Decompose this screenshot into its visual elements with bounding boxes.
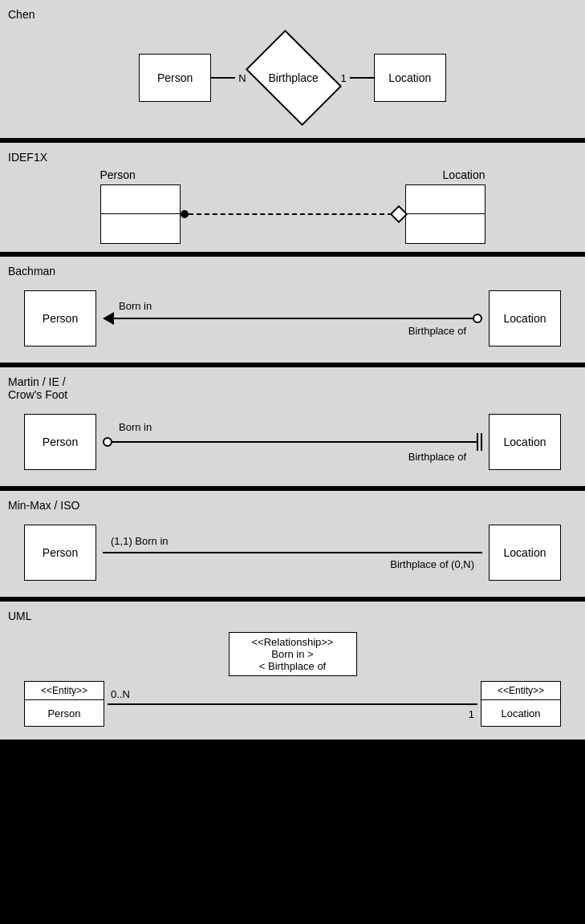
- idef1x-person-label: Person: [100, 168, 136, 181]
- bachman-bottom-label: Birthplace of: [408, 325, 482, 337]
- martinie-line-row: [103, 433, 482, 451]
- idef1x-diamond: [389, 205, 408, 224]
- martinie-bar2: [481, 433, 482, 451]
- uml-mult-left: 0..N: [111, 688, 130, 700]
- uml-line: [108, 703, 477, 705]
- idef1x-dot: [181, 210, 189, 218]
- martinie-person-label: Person: [43, 436, 78, 448]
- chen-section: Chen Person N Birthplace 1 Location: [0, 0, 585, 138]
- uml-mult-right: 1: [469, 708, 474, 720]
- minmax-location-label: Location: [504, 546, 546, 559]
- uml-person-stereo: <<Entity>>: [25, 682, 104, 700]
- chen-location-entity: Location: [374, 54, 446, 102]
- uml-location-name: Location: [481, 700, 560, 726]
- martinie-circle-left: [103, 437, 112, 447]
- uml-relationship-name: Born in >: [239, 648, 347, 660]
- martinie-person-entity: Person: [24, 414, 96, 470]
- chen-person-entity: Person: [139, 54, 211, 102]
- idef1x-diagram: Person Location: [8, 168, 577, 244]
- minmax-person-entity: Person: [24, 525, 96, 581]
- bachman-line: [114, 318, 473, 319]
- minmax-person-label: Person: [43, 546, 78, 559]
- bachman-diagram: Person Born in Birthplace of Location: [8, 282, 577, 355]
- minmax-top-label: (1,1) Born in: [103, 535, 482, 547]
- bachman-section: Bachman Person Born in Birthplace of Loc…: [0, 257, 585, 363]
- martinie-line: [112, 441, 477, 443]
- uml-relationship-stereo: <<Relationship>>: [239, 636, 347, 648]
- chen-relationship-label: Birthplace: [268, 71, 318, 84]
- chen-diagram: Person N Birthplace 1 Location: [8, 26, 577, 130]
- martinie-double-bar: [477, 433, 482, 451]
- uml-entities-row: <<Entity>> Person 0..N 1 <<Entity>>: [24, 681, 561, 727]
- uml-relationship-sub: < Birthplace of: [239, 660, 347, 672]
- idef1x-location-entity: [405, 184, 485, 244]
- idef1x-label: IDEF1X: [8, 151, 577, 164]
- bachman-person-entity: Person: [24, 290, 96, 346]
- chen-cardinality-n: N: [238, 72, 246, 84]
- bachman-top-label: Born in: [103, 300, 152, 312]
- bachman-location-label: Location: [504, 312, 546, 325]
- idef1x-entities-row: [100, 184, 485, 244]
- uml-person-name: Person: [25, 700, 104, 726]
- idef1x-location-top: [406, 185, 485, 214]
- minmax-label: Min-Max / ISO: [8, 499, 577, 512]
- martinie-location-label: Location: [504, 436, 546, 448]
- martinie-bar1: [477, 433, 478, 451]
- idef1x-connector: [181, 198, 405, 230]
- martinie-diagram: Person Born in Birthplace of Location: [8, 406, 577, 478]
- minmax-line: [103, 552, 482, 553]
- uml-relationship-box: <<Relationship>> Born in > < Birthplace …: [229, 632, 357, 676]
- idef1x-dashed-line: [189, 213, 392, 215]
- uml-location-stereo: <<Entity>>: [481, 682, 560, 700]
- idef1x-person-entity: [100, 184, 181, 244]
- idef1x-location-label: Location: [443, 168, 485, 181]
- bachman-line-row: [103, 312, 482, 325]
- bachman-person-label: Person: [43, 312, 78, 325]
- bachman-circle: [473, 314, 482, 323]
- minmax-location-entity: Location: [489, 525, 561, 581]
- bachman-label: Bachman: [8, 265, 577, 278]
- martinie-location-entity: Location: [489, 414, 561, 470]
- uml-label: UML: [8, 610, 577, 622]
- uml-section: UML <<Relationship>> Born in > < Birthpl…: [0, 602, 585, 740]
- martinie-label: Martin / IE / Crow's Foot: [8, 375, 577, 401]
- martinie-section: Martin / IE / Crow's Foot Person Born in…: [0, 367, 585, 486]
- idef1x-person-top: [101, 185, 180, 214]
- idef1x-location-bottom: [406, 214, 485, 243]
- minmax-section: Min-Max / ISO Person (1,1) Born in Birth…: [0, 491, 585, 597]
- minmax-diagram: Person (1,1) Born in Birthplace of (0,N)…: [8, 517, 577, 589]
- idef1x-section: IDEF1X Person Location: [0, 143, 585, 252]
- chen-label: Chen: [8, 8, 577, 21]
- uml-diagram: <<Relationship>> Born in > < Birthplace …: [8, 627, 577, 732]
- idef1x-labels-row: Person Location: [100, 168, 485, 181]
- idef1x-person-bottom: [101, 214, 180, 243]
- chen-cardinality-1: 1: [341, 72, 347, 84]
- bachman-location-entity: Location: [489, 290, 561, 346]
- martinie-bottom-label: Birthplace of: [408, 451, 482, 463]
- chen-person-label: Person: [157, 71, 193, 84]
- minmax-bottom-label: Birthplace of (0,N): [103, 558, 482, 570]
- uml-person-entity: <<Entity>> Person: [24, 681, 104, 727]
- uml-location-entity: <<Entity>> Location: [481, 681, 561, 727]
- chen-location-label: Location: [388, 71, 431, 84]
- martinie-top-label: Born in: [103, 421, 152, 433]
- bachman-arrow-left: [103, 312, 114, 325]
- chen-relationship-diamond: Birthplace: [250, 42, 338, 114]
